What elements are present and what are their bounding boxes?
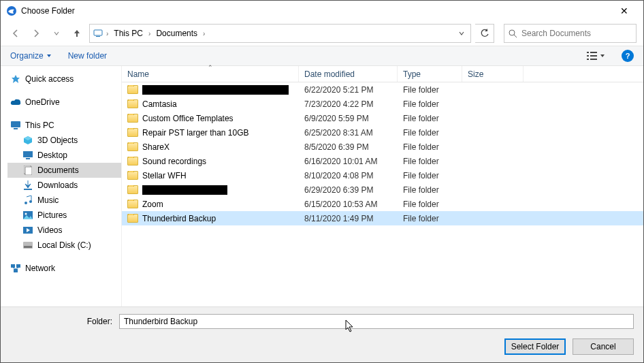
svg-rect-10 <box>590 59 597 60</box>
forward-button[interactable] <box>28 25 44 42</box>
cloud-icon <box>10 97 21 108</box>
svg-rect-2 <box>96 36 100 37</box>
file-name: Camtasia <box>142 99 177 109</box>
cube-icon <box>22 135 33 146</box>
new-folder-button[interactable]: New folder <box>68 51 107 61</box>
file-date: 8/11/2020 1:49 PM <box>299 214 398 223</box>
file-type: File folder <box>398 171 462 180</box>
search-box[interactable] <box>504 24 637 43</box>
file-type: File folder <box>398 214 462 223</box>
tree-local-disk[interactable]: Local Disk (C:) <box>7 238 121 253</box>
main-area: Quick access OneDrive This PC 3D Objects… <box>1 66 643 308</box>
tree-desktop[interactable]: Desktop <box>7 148 121 163</box>
file-row[interactable]: Sound recordings6/16/2020 10:01 AMFile f… <box>122 154 643 168</box>
svg-rect-16 <box>25 167 32 175</box>
file-date: 6/25/2020 8:31 AM <box>299 128 398 138</box>
file-name: Stellar WFH <box>142 171 187 180</box>
file-name: Repair PST larger than 10GB <box>142 128 249 138</box>
svg-rect-17 <box>24 189 32 190</box>
tree-downloads[interactable]: Downloads <box>7 178 121 193</box>
folder-icon <box>127 157 138 165</box>
file-date: 6/15/2020 10:53 AM <box>299 200 398 209</box>
disk-icon <box>22 240 33 251</box>
help-button[interactable]: ? <box>622 50 634 62</box>
col-date[interactable]: Date modified <box>299 66 398 82</box>
titlebar: Choose Folder ✕ <box>1 1 643 21</box>
pc-icon <box>10 120 21 131</box>
file-type: File folder <box>398 185 462 195</box>
svg-point-19 <box>29 200 32 203</box>
file-name: Thunderbird Backup <box>142 214 216 223</box>
tree-onedrive[interactable]: OneDrive <box>7 95 121 110</box>
tree-network[interactable]: Network <box>7 261 121 276</box>
cancel-button[interactable]: Cancel <box>573 338 634 355</box>
col-name[interactable]: Name⌃ <box>122 66 299 82</box>
close-button[interactable]: ✕ <box>611 5 638 16</box>
svg-point-21 <box>25 213 27 215</box>
file-date: 8/10/2020 4:08 PM <box>299 171 398 180</box>
back-button[interactable] <box>7 25 24 42</box>
column-headers: Name⌃ Date modified Type Size <box>122 66 643 82</box>
tree-3d-objects[interactable]: 3D Objects <box>7 133 121 148</box>
tree-documents[interactable]: Documents <box>7 163 121 178</box>
svg-rect-25 <box>11 264 15 268</box>
chevron-right-icon: › <box>203 30 205 37</box>
svg-rect-24 <box>24 246 32 248</box>
up-button[interactable] <box>69 25 85 42</box>
file-date: 8/5/2020 6:39 PM <box>299 142 398 152</box>
folder-icon <box>127 99 138 108</box>
file-name: Zoom <box>142 200 163 209</box>
file-date: 7/23/2020 4:22 PM <box>299 99 398 109</box>
tree-quick-access[interactable]: Quick access <box>7 72 121 86</box>
search-icon <box>509 29 517 38</box>
refresh-button[interactable] <box>475 24 494 43</box>
address-bar[interactable]: › This PC › Documents › <box>89 24 471 43</box>
svg-rect-5 <box>587 52 589 53</box>
file-row[interactable]: 6/29/2020 6:39 PMFile folder <box>122 183 643 197</box>
tree-this-pc[interactable]: This PC <box>7 118 121 133</box>
svg-point-18 <box>25 202 27 204</box>
folder-icon <box>127 128 138 137</box>
chevron-right-icon: › <box>148 30 150 37</box>
tree-videos[interactable]: Videos <box>7 223 121 238</box>
file-row[interactable]: Stellar WFH8/10/2020 4:08 PMFile folder <box>122 168 643 183</box>
view-options[interactable] <box>587 51 605 61</box>
file-date: 6/16/2020 10:01 AM <box>299 157 398 166</box>
svg-rect-6 <box>590 52 597 53</box>
file-row[interactable]: Zoom6/15/2020 10:53 AMFile folder <box>122 197 643 211</box>
file-row[interactable]: 6/22/2020 5:21 PMFile folder <box>122 82 643 97</box>
search-input[interactable] <box>521 29 632 38</box>
file-row[interactable]: ShareX8/5/2020 6:39 PMFile folder <box>122 140 643 154</box>
file-name: Sound recordings <box>142 157 206 166</box>
select-folder-button[interactable]: Select Folder <box>504 338 566 355</box>
folder-label: Folder: <box>10 317 112 326</box>
music-icon <box>22 195 33 206</box>
address-dropdown[interactable] <box>455 30 468 37</box>
organize-menu[interactable]: Organize <box>10 51 52 61</box>
folder-icon <box>127 200 138 208</box>
file-row[interactable]: Custom Office Templates6/9/2020 5:59 PMF… <box>122 111 643 125</box>
file-row[interactable]: Camtasia7/23/2020 4:22 PMFile folder <box>122 97 643 111</box>
videos-icon <box>22 225 33 236</box>
breadcrumb-this-pc[interactable]: This PC <box>111 27 146 40</box>
svg-rect-14 <box>26 158 30 159</box>
folder-icon <box>127 85 138 94</box>
file-type: File folder <box>398 99 462 109</box>
breadcrumb-documents[interactable]: Documents <box>153 27 200 40</box>
desktop-icon <box>22 150 33 161</box>
svg-line-28 <box>13 268 16 269</box>
col-type[interactable]: Type <box>398 66 462 82</box>
file-type: File folder <box>398 114 462 123</box>
file-row[interactable]: Repair PST larger than 10GB6/25/2020 8:3… <box>122 125 643 140</box>
sort-indicator-icon: ⌃ <box>208 64 213 71</box>
recent-dropdown[interactable] <box>48 25 65 42</box>
tree-pictures[interactable]: Pictures <box>7 208 121 223</box>
col-size[interactable]: Size <box>462 66 524 82</box>
folder-icon <box>127 185 138 194</box>
folder-input[interactable] <box>119 314 634 329</box>
svg-rect-1 <box>94 30 102 35</box>
window-title: Choose Folder <box>21 6 611 16</box>
documents-icon <box>22 165 33 176</box>
file-row[interactable]: Thunderbird Backup8/11/2020 1:49 PMFile … <box>122 211 643 225</box>
tree-music[interactable]: Music <box>7 193 121 208</box>
